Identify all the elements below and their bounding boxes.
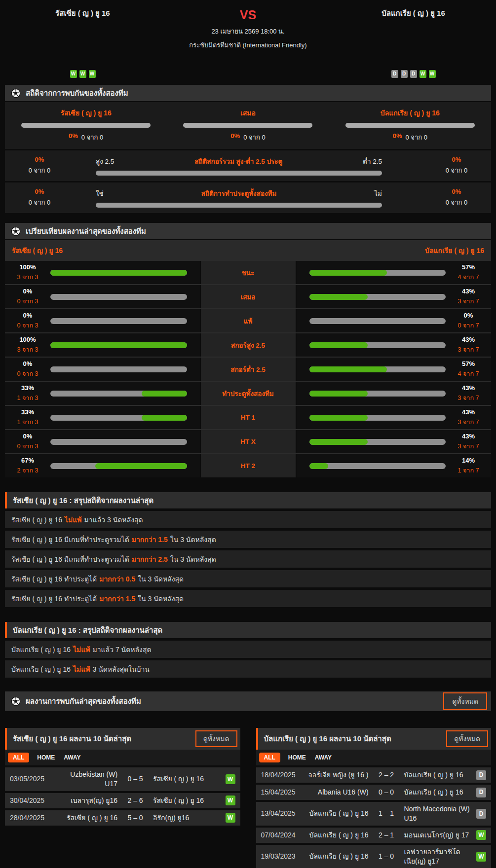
summary-row-text: บัลแกเรีย ( ญ ) ยู 16: [11, 644, 71, 655]
comparison-row: 33% 1 จาก 3 ทำประตูทั้งสองทีม 43% 3 จาก …: [5, 381, 491, 405]
btts-home-percent: 0%: [17, 188, 62, 195]
result-home-team: จอร์เจีย หญิง (ยู 16 ): [307, 770, 369, 780]
comparison-home-count: 0 จาก 3: [12, 441, 43, 451]
comparison-away-stat: 14% 1 จาก 7: [453, 457, 484, 475]
comparison-home-stat: 0% 0 จาก 3: [12, 312, 43, 330]
comparison-away-bar-fill: [309, 342, 368, 348]
comparison-away-stat: 57% 4 จาก 7: [453, 263, 484, 282]
result-away-team: มอนเตเนโกร(ญ) ยู 17: [404, 831, 471, 840]
result-date: 07/04/2024: [261, 831, 305, 840]
competition-name: กระชับมิตรทีมชาติ (International Friendl…: [189, 40, 306, 50]
comparison-away-count: 0 จาก 7: [453, 321, 484, 330]
soccer-ball-icon: [11, 88, 21, 98]
comparison-away-percent: 0%: [453, 312, 484, 319]
h2h-outcome-stat: 0% 0 จาก 0: [69, 132, 103, 143]
comparison-row-label: HT X: [200, 430, 297, 453]
under-label: ต่ำ 2.5: [363, 156, 382, 167]
comparison-home-count: 0 จาก 3: [12, 296, 43, 306]
comparison-away-bar: [309, 342, 446, 348]
result-date: 30/04/2025: [10, 796, 53, 805]
comparison-home-stat: 33% 1 จาก 3: [12, 384, 43, 403]
comparison-home-percent: 67%: [12, 457, 43, 464]
comparison-away-count: 1 จาก 7: [453, 466, 484, 475]
comparison-home-bar-fill: [50, 270, 187, 276]
comparison-home-stat: 0% 0 จาก 3: [12, 360, 43, 379]
h2h-section-title: สถิติจากการพบกันของทั้งสองทีม: [26, 87, 128, 99]
comparison-row-label: สกอร์สูง 2.5: [200, 333, 297, 357]
comparison-home-percent: 0%: [12, 288, 43, 295]
comparison-row-label: HT 1: [200, 406, 297, 429]
form-badge-w: W: [429, 70, 436, 78]
summary-row: บัลแกเรีย ( ญ ) ยู 16 ไม่แพ้ 3 นัดหลังสุ…: [5, 660, 491, 678]
result-row: 15/04/2025 Albania U16 (W) 0 – 0 บัลแกเร…: [256, 785, 492, 800]
over-under-bar: [96, 171, 382, 176]
h2h-outcome-column: บัลแกเรีย ( ญ ) ยู 16 0% 0 จาก 0: [329, 108, 491, 143]
result-home-team: บัลแกเรีย ( ญ ) ยู 16: [307, 852, 369, 861]
tab-away[interactable]: AWAY: [63, 753, 81, 762]
summary-row: บัลแกเรีย ( ญ ) ยู 16 ไม่แพ้ มาแล้ว 7 นั…: [5, 641, 491, 658]
comparison-away-bar: [309, 294, 446, 300]
comparison-home-bar-fill: [142, 391, 187, 397]
result-badge-wrap: W: [224, 796, 235, 805]
comparison-home-count: 2 จาก 3: [12, 466, 43, 475]
away-summary-title: บัลแกเรีย ( ญ ) ยู 16 : สรุปสถิติจากผลงา…: [13, 624, 162, 636]
result-score: 1 – 1: [372, 809, 401, 818]
home-results-header: รัสเซีย ( ญ ) ยู 16 ผลงาน 10 นัดล่าสุด ด…: [5, 728, 240, 750]
comparison-away-bar-fill: [309, 270, 387, 276]
comparison-home-percent: 100%: [12, 263, 43, 271]
comparison-row-label: เสมอ: [200, 285, 297, 308]
form-badge-d: D: [410, 70, 417, 78]
summary-row: รัสเซีย ( ญ ) ยู 16 ไม่แพ้ มาแล้ว 3 นัดห…: [5, 511, 491, 528]
home-summary-rows: รัสเซีย ( ญ ) ยู 16 ไม่แพ้ มาแล้ว 3 นัดห…: [5, 511, 491, 607]
comparison-home-bar: [50, 415, 187, 421]
tab-all[interactable]: ALL: [259, 753, 280, 762]
summary-row-highlight: มากกว่า 2.5: [132, 554, 168, 565]
form-badge-d: D: [391, 70, 398, 78]
home-summary-title: รัสเซีย ( ญ ) ยู 16 : สรุปสถิติจากผลงานล…: [13, 495, 153, 506]
comparison-home-cell: 0% 0 จาก 3: [5, 309, 200, 332]
comparison-away-stat: 43% 3 จาก 7: [453, 408, 484, 427]
tab-home[interactable]: HOME: [36, 753, 56, 762]
comparison-section-header: เปรียบเทียบผลงานล่าสุดของทั้งสองทีม: [5, 223, 491, 239]
away-results-view-all-button[interactable]: ดูทั้งหมด: [446, 730, 488, 747]
result-away-team: บัลแกเรีย ( ญ ) ยู 16: [404, 788, 471, 797]
comparison-away-cell: 57% 4 จาก 7: [297, 358, 492, 381]
comparison-row: 0% 0 จาก 3 HT X 43% 3 จาก 7: [5, 429, 491, 453]
comparison-home-bar-fill: [50, 342, 187, 348]
over-under-home-stat: 0% 0 จาก 0: [17, 156, 62, 176]
comparison-away-stat: 43% 3 จาก 7: [453, 433, 484, 451]
comparison-home-bar: [50, 366, 187, 372]
meetings-view-all-button[interactable]: ดูทั้งหมด: [443, 692, 487, 710]
comparison-away-bar: [309, 391, 446, 397]
tab-all[interactable]: ALL: [8, 753, 29, 762]
comparison-away-cell: 43% 3 จาก 7: [297, 285, 492, 308]
comparison-row: 100% 3 จาก 3 สกอร์สูง 2.5 43% 3 จาก 7: [5, 332, 491, 357]
away-team-name: บัลแกเรีย ( ญ ) ยู 16: [382, 7, 445, 19]
soccer-ball-icon: [11, 696, 21, 706]
home-results-title: รัสเซีย ( ญ ) ยู 16 ผลงาน 10 นัดล่าสุด: [13, 733, 131, 745]
comparison-away-percent: 43%: [453, 433, 484, 440]
away-results-tabs: ALLHOMEAWAY: [256, 750, 492, 765]
comparison-home-stat: 67% 2 จาก 3: [12, 457, 43, 475]
summary-row-highlight: มากกว่า 1.5: [99, 593, 135, 604]
home-results-view-all-button[interactable]: ดูทั้งหมด: [195, 730, 237, 747]
comparison-away-percent: 43%: [453, 288, 484, 295]
result-badge-wrap: W: [224, 813, 235, 823]
comparison-away-cell: 43% 3 จาก 7: [297, 333, 492, 357]
result-badge-wrap: D: [474, 770, 486, 780]
comparison-home-cell: 33% 1 จาก 3: [5, 382, 200, 405]
summary-row-text: รัสเซีย ( ญ ) ยู 16 มีเกมที่ทำประตูรวมได…: [11, 554, 129, 565]
away-results-title: บัลแกเรีย ( ญ ) ยู 16 ผลงาน 10 นัดล่าสุด: [264, 733, 391, 745]
result-away-team: เอฟวายอาร์มาชิโดเนีย(ญ) ยู17: [404, 847, 471, 866]
comparison-away-cell: 43% 3 จาก 7: [297, 430, 492, 453]
result-score: 2 – 1: [372, 831, 401, 840]
comparison-grid: 100% 3 จาก 3 ชนะ 57% 4 จาก 7 0% 0 จาก 3: [5, 261, 491, 477]
tab-home[interactable]: HOME: [287, 753, 307, 762]
tab-away[interactable]: AWAY: [314, 753, 333, 762]
comparison-away-bar-fill: [309, 415, 368, 421]
comparison-away-bar: [309, 270, 446, 276]
summary-row: รัสเซีย ( ญ ) ยู 16 มีเกมที่ทำประตูรวมได…: [5, 531, 491, 548]
btts-title: สถิติการทำประตูทั้งสองทีม: [201, 188, 277, 199]
summary-row-text: 3 นัดหลังสุดในบ้าน: [92, 664, 149, 675]
comparison-home-bar: [50, 391, 187, 397]
